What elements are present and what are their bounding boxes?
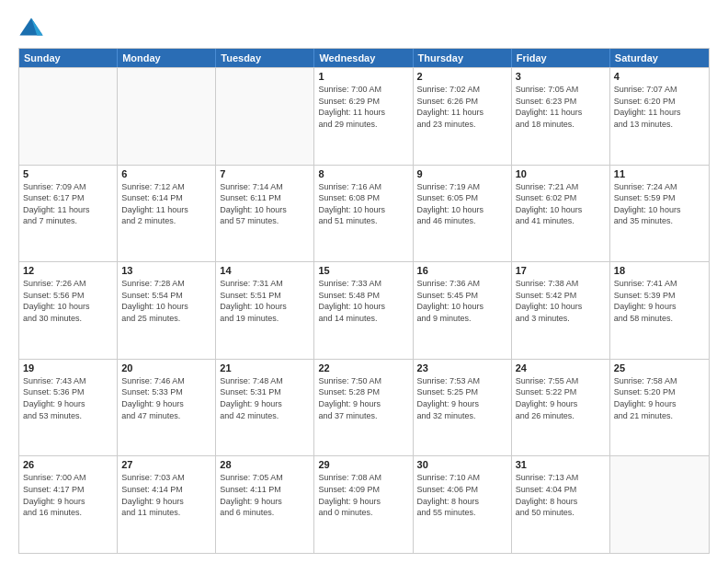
day-info: Sunrise: 7:36 AM Sunset: 5:45 PM Dayligh… bbox=[417, 278, 507, 324]
day-number: 27 bbox=[121, 459, 211, 470]
calendar-cell: 3Sunrise: 7:05 AM Sunset: 6:23 PM Daylig… bbox=[512, 68, 610, 165]
day-number: 5 bbox=[23, 168, 113, 179]
calendar-cell: 30Sunrise: 7:10 AM Sunset: 4:06 PM Dayli… bbox=[414, 456, 512, 553]
calendar-week: 12Sunrise: 7:26 AM Sunset: 5:56 PM Dayli… bbox=[19, 261, 709, 359]
day-info: Sunrise: 7:00 AM Sunset: 4:17 PM Dayligh… bbox=[23, 472, 113, 518]
day-info: Sunrise: 7:09 AM Sunset: 6:17 PM Dayligh… bbox=[23, 181, 113, 227]
day-info: Sunrise: 7:24 AM Sunset: 5:59 PM Dayligh… bbox=[614, 181, 705, 227]
page: SundayMondayTuesdayWednesdayThursdayFrid… bbox=[0, 0, 728, 563]
day-number: 12 bbox=[23, 265, 113, 276]
day-info: Sunrise: 7:28 AM Sunset: 5:54 PM Dayligh… bbox=[121, 278, 211, 324]
day-number: 14 bbox=[220, 265, 310, 276]
day-number: 30 bbox=[417, 459, 507, 470]
calendar-cell: 17Sunrise: 7:38 AM Sunset: 5:42 PM Dayli… bbox=[512, 262, 610, 359]
calendar-week: 19Sunrise: 7:43 AM Sunset: 5:36 PM Dayli… bbox=[19, 359, 709, 456]
calendar-cell bbox=[19, 68, 118, 165]
weekday-header: Sunday bbox=[19, 49, 118, 67]
calendar-cell: 13Sunrise: 7:28 AM Sunset: 5:54 PM Dayli… bbox=[118, 262, 216, 359]
calendar-cell: 26Sunrise: 7:00 AM Sunset: 4:17 PM Dayli… bbox=[19, 456, 118, 553]
day-info: Sunrise: 7:05 AM Sunset: 6:23 PM Dayligh… bbox=[516, 84, 606, 130]
day-info: Sunrise: 7:33 AM Sunset: 5:48 PM Dayligh… bbox=[318, 278, 408, 324]
day-info: Sunrise: 7:31 AM Sunset: 5:51 PM Dayligh… bbox=[220, 278, 310, 324]
day-info: Sunrise: 7:00 AM Sunset: 6:29 PM Dayligh… bbox=[318, 84, 408, 130]
day-number: 11 bbox=[614, 168, 705, 179]
day-info: Sunrise: 7:05 AM Sunset: 4:11 PM Dayligh… bbox=[220, 472, 310, 518]
day-number: 29 bbox=[318, 459, 408, 470]
calendar-cell: 8Sunrise: 7:16 AM Sunset: 6:08 PM Daylig… bbox=[314, 166, 413, 262]
calendar-cell: 29Sunrise: 7:08 AM Sunset: 4:09 PM Dayli… bbox=[314, 456, 413, 553]
day-number: 22 bbox=[318, 362, 408, 373]
day-info: Sunrise: 7:26 AM Sunset: 5:56 PM Dayligh… bbox=[23, 278, 113, 324]
calendar-cell: 22Sunrise: 7:50 AM Sunset: 5:28 PM Dayli… bbox=[314, 360, 413, 456]
day-number: 15 bbox=[318, 265, 408, 276]
day-number: 7 bbox=[220, 168, 310, 179]
calendar-cell: 27Sunrise: 7:03 AM Sunset: 4:14 PM Dayli… bbox=[118, 456, 216, 553]
day-number: 18 bbox=[614, 265, 705, 276]
logo bbox=[18, 15, 48, 40]
calendar-cell: 24Sunrise: 7:55 AM Sunset: 5:22 PM Dayli… bbox=[512, 360, 610, 456]
calendar: SundayMondayTuesdayWednesdayThursdayFrid… bbox=[18, 48, 710, 554]
weekday-header: Saturday bbox=[610, 49, 709, 67]
day-number: 17 bbox=[516, 265, 606, 276]
calendar-cell: 12Sunrise: 7:26 AM Sunset: 5:56 PM Dayli… bbox=[19, 262, 118, 359]
day-info: Sunrise: 7:53 AM Sunset: 5:25 PM Dayligh… bbox=[417, 375, 507, 421]
day-info: Sunrise: 7:07 AM Sunset: 6:20 PM Dayligh… bbox=[614, 84, 705, 130]
calendar-cell: 21Sunrise: 7:48 AM Sunset: 5:31 PM Dayli… bbox=[216, 360, 314, 456]
weekday-header: Wednesday bbox=[314, 49, 413, 67]
calendar-cell: 18Sunrise: 7:41 AM Sunset: 5:39 PM Dayli… bbox=[610, 262, 709, 359]
day-number: 31 bbox=[516, 459, 606, 470]
day-info: Sunrise: 7:16 AM Sunset: 6:08 PM Dayligh… bbox=[318, 181, 408, 227]
day-info: Sunrise: 7:50 AM Sunset: 5:28 PM Dayligh… bbox=[318, 375, 408, 421]
day-number: 25 bbox=[614, 362, 705, 373]
day-number: 24 bbox=[516, 362, 606, 373]
day-number: 2 bbox=[417, 71, 507, 82]
calendar-week: 1Sunrise: 7:00 AM Sunset: 6:29 PM Daylig… bbox=[19, 67, 709, 165]
day-number: 4 bbox=[614, 71, 705, 82]
weekday-header: Thursday bbox=[414, 49, 512, 67]
calendar-cell: 25Sunrise: 7:58 AM Sunset: 5:20 PM Dayli… bbox=[610, 360, 709, 456]
calendar-body: 1Sunrise: 7:00 AM Sunset: 6:29 PM Daylig… bbox=[19, 67, 709, 553]
day-number: 20 bbox=[121, 362, 211, 373]
logo-icon bbox=[18, 15, 44, 40]
day-info: Sunrise: 7:21 AM Sunset: 6:02 PM Dayligh… bbox=[516, 181, 606, 227]
day-info: Sunrise: 7:38 AM Sunset: 5:42 PM Dayligh… bbox=[516, 278, 606, 324]
weekday-header: Monday bbox=[118, 49, 216, 67]
calendar-cell: 5Sunrise: 7:09 AM Sunset: 6:17 PM Daylig… bbox=[19, 166, 118, 262]
day-info: Sunrise: 7:48 AM Sunset: 5:31 PM Dayligh… bbox=[220, 375, 310, 421]
calendar-cell bbox=[610, 456, 709, 553]
day-info: Sunrise: 7:12 AM Sunset: 6:14 PM Dayligh… bbox=[121, 181, 211, 227]
day-number: 16 bbox=[417, 265, 507, 276]
calendar-cell: 9Sunrise: 7:19 AM Sunset: 6:05 PM Daylig… bbox=[414, 166, 512, 262]
calendar-cell: 23Sunrise: 7:53 AM Sunset: 5:25 PM Dayli… bbox=[414, 360, 512, 456]
day-info: Sunrise: 7:10 AM Sunset: 4:06 PM Dayligh… bbox=[417, 472, 507, 518]
day-info: Sunrise: 7:02 AM Sunset: 6:26 PM Dayligh… bbox=[417, 84, 507, 130]
calendar-cell bbox=[216, 68, 314, 165]
calendar-cell: 19Sunrise: 7:43 AM Sunset: 5:36 PM Dayli… bbox=[19, 360, 118, 456]
calendar-cell: 7Sunrise: 7:14 AM Sunset: 6:11 PM Daylig… bbox=[216, 166, 314, 262]
day-number: 21 bbox=[220, 362, 310, 373]
day-info: Sunrise: 7:19 AM Sunset: 6:05 PM Dayligh… bbox=[417, 181, 507, 227]
calendar-header-row: SundayMondayTuesdayWednesdayThursdayFrid… bbox=[19, 49, 709, 67]
day-number: 9 bbox=[417, 168, 507, 179]
calendar-cell: 28Sunrise: 7:05 AM Sunset: 4:11 PM Dayli… bbox=[216, 456, 314, 553]
calendar-cell: 31Sunrise: 7:13 AM Sunset: 4:04 PM Dayli… bbox=[512, 456, 610, 553]
day-info: Sunrise: 7:14 AM Sunset: 6:11 PM Dayligh… bbox=[220, 181, 310, 227]
day-number: 3 bbox=[516, 71, 606, 82]
calendar-week: 26Sunrise: 7:00 AM Sunset: 4:17 PM Dayli… bbox=[19, 455, 709, 553]
day-number: 19 bbox=[23, 362, 113, 373]
day-number: 8 bbox=[318, 168, 408, 179]
calendar-cell: 6Sunrise: 7:12 AM Sunset: 6:14 PM Daylig… bbox=[118, 166, 216, 262]
day-number: 1 bbox=[318, 71, 408, 82]
day-number: 26 bbox=[23, 459, 113, 470]
day-number: 10 bbox=[516, 168, 606, 179]
calendar-cell: 2Sunrise: 7:02 AM Sunset: 6:26 PM Daylig… bbox=[414, 68, 512, 165]
day-number: 28 bbox=[220, 459, 310, 470]
day-info: Sunrise: 7:46 AM Sunset: 5:33 PM Dayligh… bbox=[121, 375, 211, 421]
calendar-cell bbox=[118, 68, 216, 165]
day-info: Sunrise: 7:03 AM Sunset: 4:14 PM Dayligh… bbox=[121, 472, 211, 518]
day-number: 13 bbox=[121, 265, 211, 276]
calendar-cell: 16Sunrise: 7:36 AM Sunset: 5:45 PM Dayli… bbox=[414, 262, 512, 359]
weekday-header: Tuesday bbox=[216, 49, 314, 67]
calendar-cell: 20Sunrise: 7:46 AM Sunset: 5:33 PM Dayli… bbox=[118, 360, 216, 456]
day-number: 23 bbox=[417, 362, 507, 373]
